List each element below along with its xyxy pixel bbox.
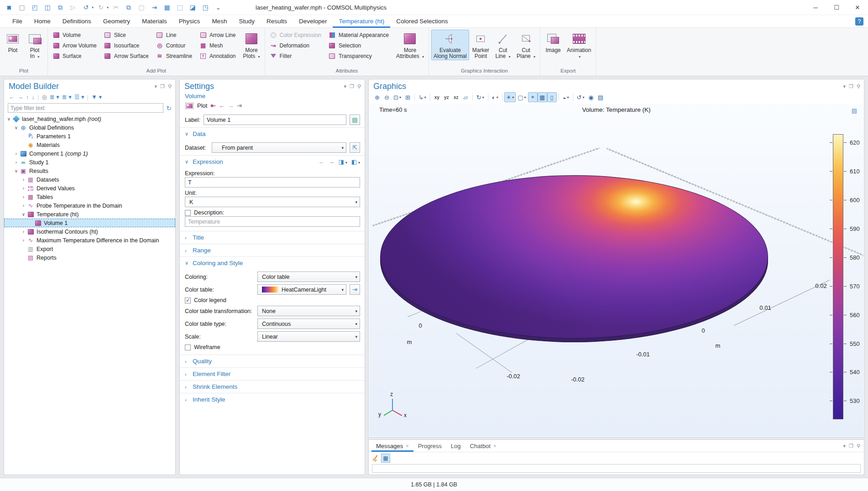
section-element-filter[interactable]: ›Element Filter (180, 368, 365, 380)
color-table-select[interactable]: HeatCameraLight (257, 284, 346, 295)
color-theme-icon[interactable]: ◒▾ (561, 92, 571, 102)
comsol-logo-icon[interactable]: ◙ (4, 2, 15, 13)
tree-item-study-1[interactable]: ›∞Study 1 (4, 158, 175, 167)
tree-item-component-1[interactable]: ›Component 1(comp 1) (4, 149, 175, 158)
ribbon-button-animation[interactable]: Animation▾ (565, 30, 593, 61)
ribbon-button-filter[interactable]: Filter (267, 51, 325, 61)
previous-solution-icon[interactable]: ← (219, 102, 225, 109)
tree-item-isothermal-contours-ht-[interactable]: ›Isothermal Contours (ht) (4, 227, 175, 236)
expander-icon[interactable]: ∨ (6, 116, 12, 121)
show-color-legend-icon[interactable]: ▯ (547, 92, 557, 102)
go-to-source-button[interactable]: ⇱ (350, 142, 360, 153)
ribbon-tab-mesh[interactable]: Mesh (206, 15, 233, 28)
ribbon-button-volume[interactable]: Volume (50, 30, 101, 40)
float-panel-icon[interactable]: ❐ (350, 84, 354, 89)
tree-filter-input[interactable]: Type filter text (8, 103, 163, 113)
back-icon[interactable]: ← (9, 94, 15, 100)
model-tree-node-text-icon[interactable]: ☰ ▾ (74, 94, 84, 100)
tree-item-global-definitions[interactable]: ∨⊕Global Definitions (4, 123, 175, 132)
expression-input[interactable]: T (185, 177, 360, 188)
preview-icon[interactable]: ◳ (200, 2, 211, 13)
ribbon-button-material-appearance[interactable]: Material Appearance (326, 30, 393, 40)
forward-icon[interactable]: → (17, 94, 23, 100)
ribbon-button-deformation[interactable]: ↝Deformation (267, 40, 325, 51)
show-axis-orientation-icon[interactable]: ⌖ (528, 92, 538, 102)
go-to-default-view-icon[interactable]: ↳▾ (417, 92, 428, 102)
expander-icon[interactable]: › (21, 238, 26, 243)
expander-icon[interactable]: ∨ (13, 125, 19, 130)
ribbon-tab-definitions[interactable]: Definitions (57, 15, 97, 28)
save-icon[interactable]: ◫ (42, 2, 53, 13)
expander-icon[interactable]: › (13, 160, 19, 165)
tree-item-results[interactable]: ∨▣Results (4, 167, 175, 175)
expander-icon[interactable]: › (21, 203, 26, 208)
plot-button[interactable]: Plot (197, 102, 207, 109)
ribbon-tab-materials[interactable]: Materials (136, 15, 173, 28)
ribbon-button-marker-point[interactable]: MarkerPoint (470, 30, 492, 60)
ribbon-tab-developer[interactable]: Developer (293, 15, 333, 28)
tree-item-export[interactable]: ▥Export (4, 245, 175, 253)
pin-panel-icon[interactable]: ⚲ (357, 84, 361, 89)
pin-panel-icon[interactable]: ⚲ (857, 84, 860, 89)
view-options-icon[interactable]: ▢▾ (516, 92, 528, 102)
tree-item-derived-values[interactable]: ›8.85e-12Derived Values (4, 184, 175, 193)
unit-select[interactable]: K (185, 197, 360, 207)
close-tab-icon[interactable]: × (406, 443, 408, 449)
plot-canvas[interactable]: Time=60 s Volume: Temperature (K) ▤ 0m-0… (369, 104, 863, 437)
ribbon-button-image[interactable]: Image (543, 30, 564, 54)
tree-item-parameters-1[interactable]: PiParameters 1 (4, 132, 175, 141)
expander-icon[interactable]: › (13, 151, 19, 156)
color-legend-checkbox[interactable]: ✓ (185, 298, 191, 303)
pin-panel-icon[interactable]: ⚲ (857, 443, 860, 449)
section-expression[interactable]: ∨Expression ← → ◨▾ ◧▾ (180, 156, 365, 168)
tree-item-probe-temperature-in-the-domain[interactable]: ›∿Probe Temperature in the Domain (4, 201, 175, 210)
ribbon-tab-geometry[interactable]: Geometry (97, 15, 136, 28)
scene-settings-icon[interactable]: ◐▾ (490, 92, 500, 102)
scene-light-icon[interactable]: ☀▾ (504, 92, 516, 102)
redo-caret-icon[interactable]: ▾ (107, 5, 109, 10)
delete-icon[interactable]: ▦ (162, 2, 173, 13)
section-quality[interactable]: ›Quality (180, 355, 365, 367)
new-file-icon[interactable]: ▢ (16, 2, 27, 13)
ribbon-button-slice[interactable]: Slice (102, 30, 153, 40)
disable-icon[interactable]: ◪ (187, 2, 198, 13)
tree-item-volume-1[interactable]: Volume 1 (4, 219, 175, 227)
move-up-icon[interactable]: ↑ (26, 94, 29, 100)
tree-item-materials[interactable]: ◉Materials (4, 141, 175, 149)
tab-progress[interactable]: Progress (413, 440, 446, 452)
section-range[interactable]: ›Range (180, 244, 365, 256)
dataset-select[interactable]: From parent (212, 142, 346, 153)
ribbon-button-cut-plane[interactable]: CutPlane ▾ (514, 30, 538, 61)
ribbon-button-selection[interactable]: Selection (326, 40, 393, 51)
show-icon[interactable]: ◎ (42, 94, 47, 100)
ribbon-tab-temperature-ht-[interactable]: Temperature (ht) (333, 15, 390, 28)
view-xz-icon[interactable]: xz (451, 92, 461, 102)
description-checkbox[interactable] (185, 210, 191, 216)
rotate-view-icon[interactable]: ↻▾ (475, 92, 486, 102)
plot-context-icon[interactable]: ▤ (852, 107, 857, 114)
ribbon-tab-colored-selections[interactable]: Colored Selections (390, 15, 454, 28)
collapse-all-icon[interactable]: ≣ ▾ (62, 94, 72, 100)
expander-icon[interactable]: ∨ (21, 212, 26, 217)
first-solution-icon[interactable]: ⇤ (210, 102, 215, 109)
expander-icon[interactable]: › (21, 194, 26, 199)
ribbon-button-annotation[interactable]: TAnnotation (197, 51, 240, 61)
float-panel-icon[interactable]: ❐ (849, 84, 853, 89)
ribbon-button-contour[interactable]: ◎Contour (154, 40, 196, 51)
ribbon-button-arrow-surface[interactable]: Arrow Surface (102, 51, 153, 61)
expander-icon[interactable]: ∨ (13, 168, 19, 173)
snapshot-icon[interactable]: ◉ (586, 92, 596, 102)
wireframe-checkbox[interactable] (185, 345, 191, 350)
maximize-button[interactable]: ☐ (826, 0, 847, 15)
pin-panel-icon[interactable]: ⚲ (168, 84, 172, 89)
panel-menu-icon[interactable]: ▾ (843, 84, 846, 89)
ribbon-button-more-attributes[interactable]: MoreAttributes ▾ (394, 30, 426, 61)
ribbon-button-evaluate-along-normal[interactable]: EvaluateAlong Normal (431, 30, 469, 60)
rename-label-button[interactable]: ▤ (350, 115, 360, 125)
zoom-in-icon[interactable]: ⊕ (372, 92, 382, 102)
select-box-icon[interactable]: ⬚ (174, 2, 185, 13)
show-grid-icon[interactable]: ▦ (538, 92, 547, 102)
reset-hiding-icon[interactable]: ↺▾ (575, 92, 586, 102)
expand-collapse-icon[interactable]: ≣ ▾ (50, 94, 59, 100)
section-data[interactable]: ∨Data (180, 128, 365, 140)
